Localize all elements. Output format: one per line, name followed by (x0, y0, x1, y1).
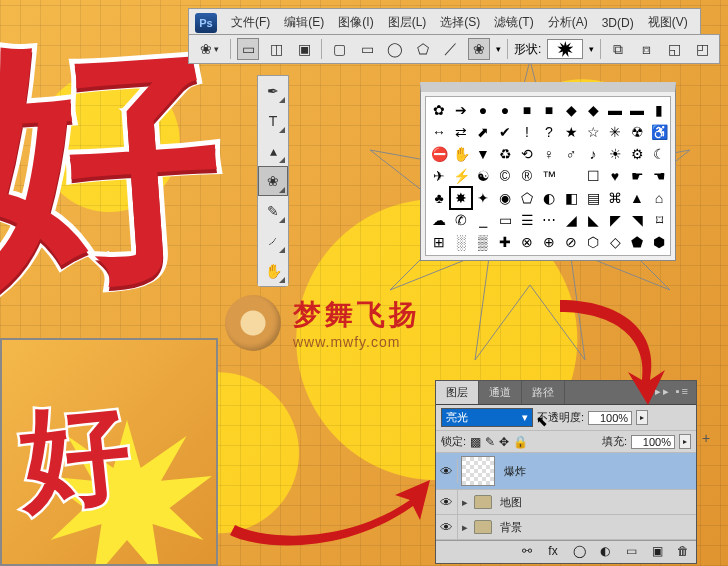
line-shape-icon[interactable]: ／ (440, 38, 462, 60)
paths-mode-icon[interactable]: ◫ (265, 38, 287, 60)
rounded-rect-shape-icon[interactable]: ▭ (356, 38, 378, 60)
menu-layer[interactable]: 图层(L) (382, 11, 433, 34)
layer-row[interactable]: 👁 爆炸 (436, 453, 696, 490)
layer-style-icon[interactable]: fx (544, 544, 562, 560)
shape-swatch[interactable]: ☀ (605, 144, 625, 164)
lock-all-icon[interactable]: 🔒 (513, 435, 528, 449)
shape-swatch[interactable]: ⬡ (583, 232, 603, 252)
new-layer-icon[interactable]: ▣ (648, 544, 666, 560)
lock-position-icon[interactable]: ✥ (499, 435, 509, 449)
shape-swatch[interactable]: ░ (451, 232, 471, 252)
custom-shape-tool-icon[interactable]: ❀ (258, 166, 288, 196)
lock-transparency-icon[interactable]: ▩ (470, 435, 481, 449)
panel-menu-icon[interactable]: ▸▸ ▪≡ (649, 381, 696, 404)
type-tool-icon[interactable]: T (258, 106, 288, 136)
shape-swatch[interactable]: ♻ (495, 144, 515, 164)
shape-swatch[interactable]: ☾ (649, 144, 669, 164)
layer-row[interactable]: 👁 ▸ 地图 (436, 490, 696, 515)
eyedropper-tool-icon[interactable]: ⟋ (258, 226, 288, 256)
combine-subtract-icon[interactable]: ⧈ (635, 38, 657, 60)
shape-swatch[interactable]: ◣ (583, 210, 603, 230)
shape-swatch[interactable]: ▤ (583, 188, 603, 208)
combine-intersect-icon[interactable]: ◱ (663, 38, 685, 60)
menu-image[interactable]: 图像(I) (332, 11, 379, 34)
shape-swatch[interactable]: ☛ (627, 166, 647, 186)
shape-swatch[interactable]: ⟲ (517, 144, 537, 164)
shape-swatch[interactable]: ! (517, 122, 537, 142)
shape-swatch[interactable]: ◤ (605, 210, 625, 230)
shape-swatch[interactable]: ⊘ (561, 232, 581, 252)
shape-swatch[interactable]: ◆ (583, 100, 603, 120)
shape-swatch[interactable]: ♂ (561, 144, 581, 164)
shape-swatch[interactable]: ◉ (495, 188, 515, 208)
shape-swatch[interactable]: ◢ (561, 210, 581, 230)
shape-swatch[interactable]: ⬢ (649, 232, 669, 252)
shape-swatch[interactable]: ✳ (605, 122, 625, 142)
fill-pixels-mode-icon[interactable]: ▣ (293, 38, 315, 60)
shape-swatch[interactable]: ◇ (605, 232, 625, 252)
shape-swatch[interactable]: ★ (561, 122, 581, 142)
shape-swatch[interactable]: ✿ (429, 100, 449, 120)
tab-paths[interactable]: 路径 (522, 381, 565, 404)
visibility-toggle-icon[interactable]: 👁 (436, 490, 458, 514)
path-selection-tool-icon[interactable]: ▴ (258, 136, 288, 166)
shape-swatch[interactable]: ⎯ (473, 210, 493, 230)
link-layers-icon[interactable]: ⚯ (518, 544, 536, 560)
shape-swatch[interactable]: ☰ (517, 210, 537, 230)
shape-options-dropdown-icon[interactable]: ▾ (496, 44, 501, 54)
shape-swatch[interactable]: ▭ (495, 210, 515, 230)
shape-swatch[interactable]: ☁ (429, 210, 449, 230)
shape-swatch[interactable]: ? (539, 122, 559, 142)
shape-layers-mode-icon[interactable]: ▭ (237, 38, 259, 60)
shape-swatch[interactable]: ™ (539, 166, 559, 186)
fill-stepper[interactable]: ▸ (679, 434, 691, 449)
rectangle-shape-icon[interactable]: ▢ (328, 38, 350, 60)
ellipse-shape-icon[interactable]: ◯ (384, 38, 406, 60)
shape-swatch[interactable]: ▲ (627, 188, 647, 208)
hand-tool-icon[interactable]: ✋ (258, 256, 288, 286)
shape-swatch[interactable]: ☯ (473, 166, 493, 186)
menu-file[interactable]: 文件(F) (225, 11, 276, 34)
pen-tool-icon[interactable]: ✒ (258, 76, 288, 106)
group-expand-icon[interactable]: ▸ (458, 496, 472, 509)
adjustment-layer-icon[interactable]: ◐ (596, 544, 614, 560)
visibility-toggle-icon[interactable]: 👁 (436, 515, 458, 539)
combine-exclude-icon[interactable]: ◰ (691, 38, 713, 60)
opacity-input[interactable]: 100% (588, 411, 632, 425)
lock-image-icon[interactable]: ✎ (485, 435, 495, 449)
shape-swatch[interactable]: ⋯ (539, 210, 559, 230)
menu-select[interactable]: 选择(S) (434, 11, 486, 34)
shape-swatch[interactable]: ☢ (627, 122, 647, 142)
shape-swatch[interactable]: ® (517, 166, 537, 186)
menu-3d[interactable]: 3D(D) (596, 13, 640, 33)
shape-swatch[interactable]: ☚ (649, 166, 669, 186)
shape-swatch[interactable]: ⊗ (517, 232, 537, 252)
shape-swatch[interactable]: ▼ (473, 144, 493, 164)
shape-swatch[interactable]: ⌑ (649, 210, 669, 230)
menu-edit[interactable]: 编辑(E) (278, 11, 330, 34)
shape-swatch[interactable]: ✔ (495, 122, 515, 142)
shape-swatch[interactable]: ✈ (429, 166, 449, 186)
shape-swatch[interactable]: ⚡ (451, 166, 471, 186)
shape-picker-dropdown-icon[interactable]: ▾ (589, 44, 594, 54)
tab-layers[interactable]: 图层 (436, 381, 479, 404)
shape-swatch[interactable]: © (495, 166, 515, 186)
shape-swatch[interactable] (561, 166, 581, 186)
layer-name[interactable]: 背景 (494, 520, 696, 535)
shape-swatch[interactable]: ✆ (451, 210, 471, 230)
layer-row[interactable]: 👁 ▸ 背景 (436, 515, 696, 540)
menu-view[interactable]: 视图(V) (642, 11, 694, 34)
shape-swatch[interactable]: ⌂ (649, 188, 669, 208)
delete-layer-icon[interactable]: 🗑 (674, 544, 692, 560)
shape-swatch[interactable]: ✸ (451, 188, 471, 208)
menu-analysis[interactable]: 分析(A) (542, 11, 594, 34)
shape-swatch[interactable]: ⚙ (627, 144, 647, 164)
shape-swatch[interactable]: ♀ (539, 144, 559, 164)
blend-mode-select[interactable]: 亮光 ▾ (441, 408, 533, 427)
shape-swatch[interactable]: ▒ (473, 232, 493, 252)
shape-swatch[interactable]: ◧ (561, 188, 581, 208)
shape-swatch[interactable]: ⌘ (605, 188, 625, 208)
fill-input[interactable]: 100% (631, 435, 675, 449)
shape-swatch[interactable]: ▬ (627, 100, 647, 120)
notes-tool-icon[interactable]: ✎ (258, 196, 288, 226)
